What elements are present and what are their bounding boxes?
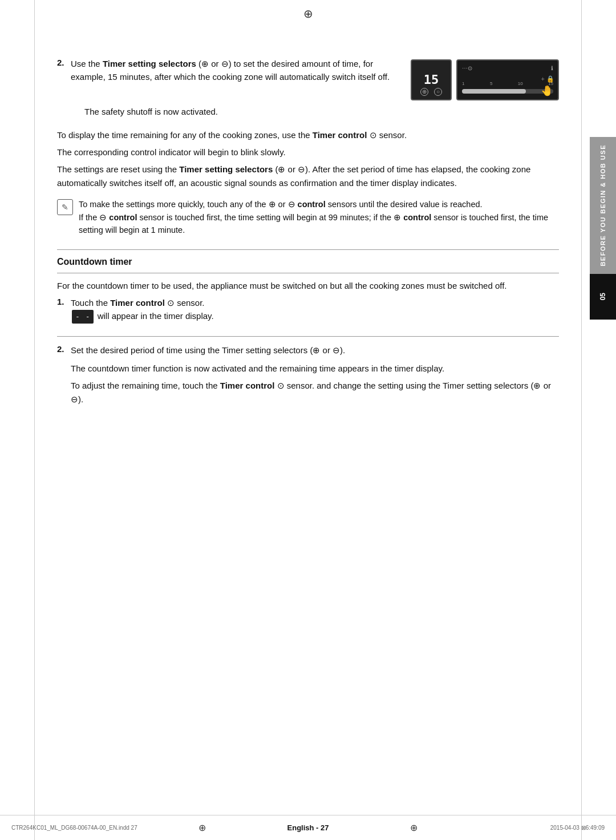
countdown-dash-display: - -	[72, 310, 94, 324]
countdown-step1-bold: Timer control	[110, 298, 165, 308]
step2-intro: Use the	[71, 59, 103, 68]
control-panel-illustration: ⋯⊙ ℹ 151015 + 🔒	[456, 59, 559, 100]
countdown-step2-bold: Timer control	[220, 381, 275, 390]
countdown-step1-sym: ⊙	[165, 298, 175, 308]
footer-right: 2015-04-03 ⊠6:49:09	[435, 825, 605, 831]
para3-bold: Timer setting selectors	[179, 164, 273, 174]
footer-center: English - 27	[223, 823, 393, 832]
display-controls: ⊕ ○	[420, 88, 442, 96]
margin-line-right	[581, 0, 582, 840]
note-bold1: control	[298, 200, 326, 209]
note-pencil-icon: ✎	[57, 199, 73, 215]
para3-sym: (⊕	[273, 164, 285, 174]
para2: The corresponding control indicator will…	[57, 146, 559, 159]
bottom-bar: CTR264KC01_ML_DG68-00674A-00_EN.indd 27 …	[0, 815, 616, 840]
countdown-step2-para2: To adjust the remaining time, touch the …	[71, 379, 559, 406]
countdown-step1-end: sensor.	[175, 298, 205, 308]
step2-sym1: (⊕ or ⊖)	[196, 59, 232, 68]
countdown-step2-content: Set the desired period of time using the…	[71, 344, 559, 410]
countdown-step2: 2. Set the desired period of time using …	[57, 344, 559, 410]
margin-line-left	[34, 0, 35, 840]
note-box: ✎ To make the settings more quickly, tou…	[57, 198, 559, 236]
para3-start: The settings are reset using the	[57, 164, 179, 174]
plus-minus-icons: + 🔒	[541, 74, 554, 84]
para1: To display the time remaining for any of…	[57, 128, 559, 142]
countdown-intro-text: For the countdown timer to be used, the …	[57, 281, 507, 290]
countdown-step1-text: Touch the	[71, 298, 110, 308]
para1-text: To display the time remaining for any of…	[57, 130, 313, 140]
side-tab-number: 05	[599, 293, 607, 300]
step2-bold1: Timer setting selectors	[103, 59, 196, 68]
countdown-step1-content: Touch the Timer control ⊙ sensor. - - wi…	[71, 296, 559, 324]
safety-text: The safety shutoff is now activated.	[84, 107, 218, 116]
hand-pointer-icon: 🤚	[541, 83, 553, 99]
circle-btn-icon: ○	[434, 88, 442, 96]
plus-btn-icon: ⊕	[420, 88, 428, 96]
appliance-illustration: 15 ⊕ ○ ⋯⊙ ℹ	[411, 59, 559, 100]
slider-fill	[462, 89, 526, 94]
countdown-step2-number: 2.	[57, 344, 71, 354]
step2-with-image: Use the Timer setting selectors (⊕ or ⊖)…	[71, 57, 559, 100]
section-divider-2	[57, 273, 559, 273]
page: ⊕ BEFORE YOU BEGIN & HOB USE 05 2. Use t…	[0, 0, 616, 840]
step2-content: Use the Timer setting selectors (⊕ or ⊖)…	[71, 57, 559, 118]
side-tab: BEFORE YOU BEGIN & HOB USE 05	[590, 137, 616, 320]
slider-area: 151015	[462, 80, 553, 94]
countdown-step1-number: 1.	[57, 297, 71, 306]
panel-icon-left: ⋯⊙	[462, 64, 472, 73]
countdown-step2-para1: The countdown timer function is now acti…	[71, 362, 559, 375]
note-bold3: control	[403, 213, 431, 222]
top-compass-icon: ⊕	[303, 7, 313, 21]
panel-icon-right: ℹ	[551, 64, 553, 73]
display-number: 15	[424, 70, 439, 90]
step2-number: 2.	[57, 58, 71, 67]
footer-compass-left: ⊕	[198, 822, 206, 833]
slider-track	[462, 89, 553, 94]
countdown-title: Countdown timer	[57, 257, 559, 267]
note-line1: To make the settings more quickly, touch…	[79, 200, 298, 209]
countdown-step1: 1. Touch the Timer control ⊙ sensor. - -…	[57, 296, 559, 324]
step2-text: Use the Timer setting selectors (⊕ or ⊖)…	[71, 57, 399, 84]
countdown-display-end: will appear in the timer display.	[95, 311, 213, 321]
side-tab-number-box: 05	[590, 274, 616, 320]
note-content: To make the settings more quickly, touch…	[79, 198, 559, 236]
para2-text: The corresponding control indicator will…	[57, 147, 286, 157]
note-line3: sensor is touched first, the time settin…	[137, 213, 403, 222]
step2-section: 2. Use the Timer setting selectors (⊕ or…	[57, 57, 559, 118]
para3: The settings are reset using the Timer s…	[57, 163, 559, 190]
section-divider-3	[57, 336, 559, 337]
side-tab-label: BEFORE YOU BEGIN & HOB USE	[599, 144, 606, 266]
note-bold2: control	[109, 213, 137, 222]
para1-bold: Timer control	[313, 130, 367, 140]
panel-top-icons: ⋯⊙ ℹ	[462, 64, 553, 73]
countdown-step2-text: Set the desired period of time using the…	[71, 344, 559, 357]
para1-sym: ⊙	[367, 130, 376, 140]
para1-end: sensor.	[377, 130, 407, 140]
side-tab-gray: BEFORE YOU BEGIN & HOB USE	[590, 137, 616, 274]
slider-labels: 151015	[462, 80, 553, 87]
footer-compass-right: ⊕	[410, 822, 418, 833]
countdown-intro: For the countdown timer to be used, the …	[57, 279, 559, 293]
timer-display-box: 15 ⊕ ○	[411, 59, 452, 100]
safety-note: The safety shutoff is now activated.	[84, 105, 559, 118]
section-divider-1	[57, 249, 559, 250]
main-content: 2. Use the Timer setting selectors (⊕ or…	[57, 34, 559, 410]
footer-left: CTR264KC01_ML_DG68-00674A-00_EN.indd 27	[11, 825, 181, 831]
